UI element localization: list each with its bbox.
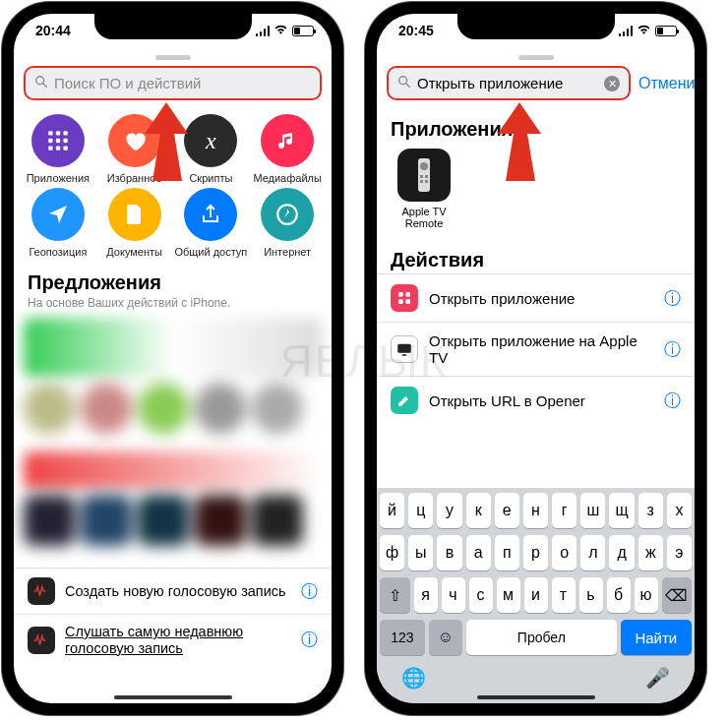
battery-icon <box>292 26 314 36</box>
phone-right: 20:45 ✕ Отменить Приложения <box>365 2 706 715</box>
key-м[interactable]: м <box>497 577 520 613</box>
key-й[interactable]: й <box>380 493 404 528</box>
key-backspace[interactable]: ⌫ <box>662 577 693 613</box>
keyboard[interactable]: йцукенгшщзх фывапролджэ ⇧ячсмитьбю⌫ 123 … <box>377 488 695 703</box>
sheet-handle[interactable] <box>155 55 191 60</box>
key-space[interactable]: Пробел <box>466 620 617 655</box>
info-icon[interactable]: ⓘ <box>301 580 318 603</box>
voice-memo-icon <box>28 577 55 605</box>
annotation-arrow <box>498 102 567 195</box>
svg-marker-12 <box>145 102 188 181</box>
category-documents[interactable]: Документы <box>96 188 173 258</box>
svg-rect-20 <box>425 180 428 183</box>
key-т[interactable]: т <box>552 577 576 613</box>
mic-icon[interactable]: 🎤 <box>645 666 670 690</box>
key-у[interactable]: у <box>437 493 461 528</box>
key-ч[interactable]: ч <box>442 577 465 613</box>
key-б[interactable]: б <box>607 577 631 613</box>
svg-rect-5 <box>48 139 52 143</box>
blurred-row <box>14 383 332 434</box>
key-н[interactable]: н <box>523 493 548 528</box>
globe-icon[interactable]: 🌐 <box>401 666 426 690</box>
key-щ[interactable]: щ <box>609 493 634 528</box>
action-open-url-opener[interactable]: Открыть URL в Opener ⓘ <box>377 376 695 424</box>
info-icon[interactable]: ⓘ <box>664 287 681 310</box>
annotation-arrow <box>145 102 213 195</box>
info-icon[interactable]: ⓘ <box>301 629 318 651</box>
svg-rect-10 <box>63 146 67 150</box>
svg-marker-27 <box>498 102 541 181</box>
notch <box>457 14 615 39</box>
key-о[interactable]: о <box>552 535 576 571</box>
status-time: 20:44 <box>35 23 71 38</box>
key-к[interactable]: к <box>466 493 491 528</box>
svg-point-16 <box>420 162 428 170</box>
category-sharing[interactable]: Общий доступ <box>173 188 250 258</box>
key-shift[interactable]: ⇧ <box>380 577 410 613</box>
category-apps[interactable]: Приложения <box>20 114 96 184</box>
app-apple-tv-remote[interactable]: Apple TV Remote <box>391 149 457 229</box>
key-123[interactable]: 123 <box>380 620 425 655</box>
svg-rect-19 <box>420 180 423 183</box>
home-indicator[interactable] <box>114 695 232 699</box>
key-э[interactable]: э <box>667 535 692 571</box>
category-media[interactable]: Медиафайлы <box>249 114 326 184</box>
status-time: 20:45 <box>398 23 434 38</box>
svg-rect-23 <box>398 300 403 305</box>
key-ш[interactable]: ш <box>580 493 605 528</box>
signal-icon <box>619 26 634 36</box>
key-х[interactable]: х <box>667 493 692 528</box>
suggestions-title: Предложения <box>28 271 318 294</box>
actions-section: Действия <box>377 235 695 273</box>
action-open-app[interactable]: Открыть приложение ⓘ <box>377 273 695 322</box>
svg-line-1 <box>43 84 46 87</box>
key-е[interactable]: е <box>495 493 519 528</box>
category-location[interactable]: Геопозиция <box>20 188 96 258</box>
search-input[interactable] <box>54 75 311 91</box>
key-в[interactable]: в <box>437 535 461 571</box>
key-з[interactable]: з <box>638 493 663 528</box>
wifi-icon <box>273 25 288 37</box>
key-с[interactable]: с <box>469 577 493 613</box>
search-input[interactable] <box>417 75 604 91</box>
battery-icon <box>655 26 677 36</box>
key-ф[interactable]: ф <box>380 535 404 571</box>
search-field[interactable]: ✕ <box>387 66 631 100</box>
key-р[interactable]: р <box>523 535 548 571</box>
key-ы[interactable]: ы <box>408 535 433 571</box>
signal-icon <box>256 26 271 36</box>
key-ц[interactable]: ц <box>408 493 433 528</box>
action-open-app-tv[interactable]: Открыть приложение на Apple TV ⓘ <box>377 322 695 376</box>
search-icon <box>34 75 48 91</box>
key-д[interactable]: д <box>609 535 634 571</box>
svg-rect-24 <box>405 300 410 305</box>
clear-icon[interactable]: ✕ <box>604 76 620 91</box>
svg-rect-3 <box>56 131 60 135</box>
suggestion-item[interactable]: Слушать самую недавнюю голосовую запись … <box>14 614 332 665</box>
search-field[interactable] <box>24 66 322 100</box>
home-indicator[interactable] <box>477 695 595 699</box>
sheet-handle[interactable] <box>518 55 554 60</box>
key-ж[interactable]: ж <box>638 535 663 571</box>
key-ь[interactable]: ь <box>579 577 603 613</box>
key-г[interactable]: г <box>552 493 576 528</box>
key-п[interactable]: п <box>495 535 519 571</box>
notch <box>94 14 252 39</box>
key-л[interactable]: л <box>580 535 605 571</box>
key-я[interactable]: я <box>414 577 438 613</box>
key-find[interactable]: Найти <box>621 620 692 655</box>
key-а[interactable]: а <box>466 535 491 571</box>
search-icon <box>397 75 411 91</box>
info-icon[interactable]: ⓘ <box>664 390 681 412</box>
category-web[interactable]: Интернет <box>249 188 326 258</box>
key-emoji[interactable]: ☺ <box>429 620 462 655</box>
actions-title: Действия <box>391 249 681 271</box>
cancel-button[interactable]: Отменить <box>638 75 695 92</box>
apple-tv-remote-icon <box>397 149 451 202</box>
key-и[interactable]: и <box>524 577 548 613</box>
suggestion-item[interactable]: Создать новую голосовую запись ⓘ <box>14 568 332 614</box>
svg-rect-4 <box>63 131 67 135</box>
suggestions-subtitle: На основе Ваших действий с iPhone. <box>28 296 318 310</box>
info-icon[interactable]: ⓘ <box>664 338 681 361</box>
key-ю[interactable]: ю <box>635 577 658 613</box>
